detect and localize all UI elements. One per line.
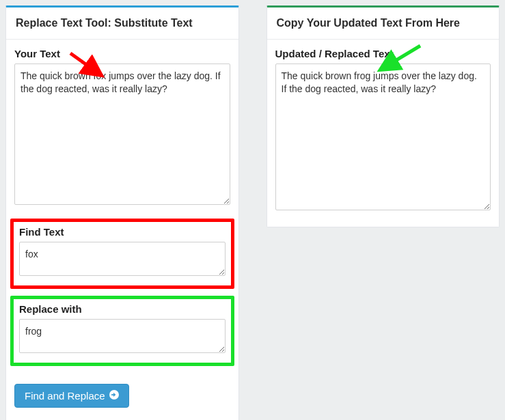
replace-text-input[interactable] xyxy=(19,319,226,353)
find-highlight-box: Find Text xyxy=(10,219,234,289)
output-panel-body: Updated / Replaced Text xyxy=(267,40,500,227)
find-and-replace-button-label: Find and Replace xyxy=(25,390,105,402)
find-text-input[interactable] xyxy=(19,242,226,276)
replace-highlight-box: Replace with xyxy=(10,296,234,366)
find-and-replace-button[interactable]: Find and Replace xyxy=(14,384,129,408)
output-label: Updated / Replaced Text xyxy=(275,48,491,59)
input-panel-title: Replace Text Tool: Substitute Text xyxy=(16,17,229,29)
output-panel-header: Copy Your Updated Text From Here xyxy=(267,8,500,40)
output-text[interactable] xyxy=(275,64,491,210)
arrow-right-icon xyxy=(109,390,119,402)
replace-label: Replace with xyxy=(19,303,226,315)
input-panel-body: Your Text Find Text Replace with Find an… xyxy=(6,40,238,420)
your-text-input[interactable] xyxy=(14,64,230,205)
your-text-label: Your Text xyxy=(14,48,230,59)
output-panel-title: Copy Your Updated Text From Here xyxy=(277,17,490,29)
input-panel: Replace Text Tool: Substitute Text Your … xyxy=(5,5,239,420)
find-label: Find Text xyxy=(19,226,226,238)
input-panel-header: Replace Text Tool: Substitute Text xyxy=(6,8,238,40)
output-panel: Copy Your Updated Text From Here Updated… xyxy=(267,5,500,227)
